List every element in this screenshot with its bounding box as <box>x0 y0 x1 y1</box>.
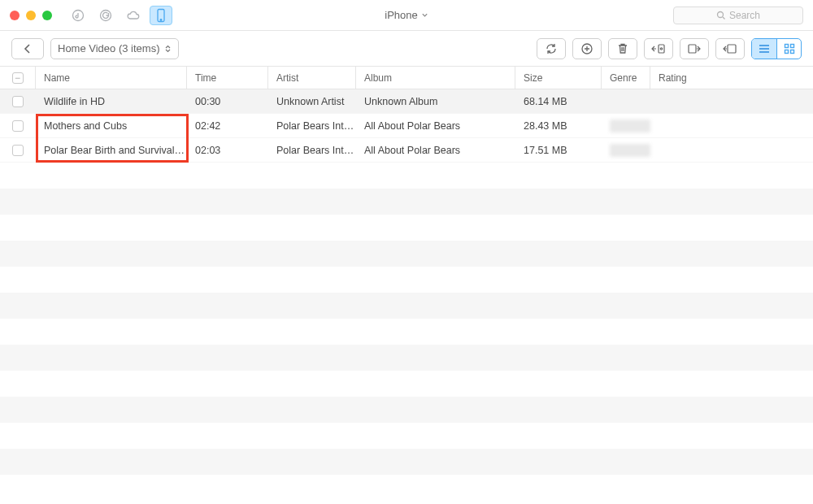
select-all-checkbox[interactable] <box>0 67 36 89</box>
breadcrumb-label: Home Video (3 items) <box>58 42 159 54</box>
table-header: Name Time Artist Album Size Genre Rating <box>0 67 813 89</box>
zoom-window-button[interactable] <box>42 11 52 20</box>
cell-album: All About Polar Bears <box>356 120 515 132</box>
cell-album: Unknown Album <box>356 96 515 107</box>
column-artist[interactable]: Artist <box>268 67 356 89</box>
search-placeholder: Search <box>729 10 760 21</box>
to-computer-button[interactable] <box>715 38 745 59</box>
column-genre[interactable]: Genre <box>602 67 650 89</box>
cell-name: Mothers and Cubs <box>36 120 187 132</box>
plus-circle-icon <box>580 42 593 55</box>
add-button[interactable] <box>572 38 602 59</box>
svg-point-1 <box>101 10 111 20</box>
export-icon <box>723 42 737 55</box>
to-device-button[interactable] <box>680 38 709 59</box>
chevron-left-icon <box>24 44 32 54</box>
svg-rect-10 <box>785 44 788 47</box>
cell-size: 68.14 MB <box>515 96 602 107</box>
svg-rect-12 <box>785 50 788 53</box>
table-row[interactable]: Polar Bear Birth and Survival R… 02:03 P… <box>0 138 813 163</box>
svg-point-4 <box>717 11 723 17</box>
svg-rect-13 <box>790 50 793 53</box>
breadcrumb-dropdown[interactable]: Home Video (3 items) <box>50 38 179 59</box>
to-device-icon <box>687 42 702 55</box>
cell-artist: Polar Bears Inte… <box>268 145 356 156</box>
row-checkbox[interactable] <box>12 96 24 107</box>
svg-point-7 <box>660 47 662 49</box>
list-icon <box>758 44 771 54</box>
svg-rect-9 <box>728 45 736 53</box>
grid-icon <box>784 43 795 54</box>
cell-genre <box>602 119 650 133</box>
table-body: Wildlife in HD 00:30 Unknown Artist Unkn… <box>0 89 813 163</box>
empty-rows-area <box>0 163 813 501</box>
close-window-button[interactable] <box>10 11 20 20</box>
device-title-label: iPhone <box>385 9 417 21</box>
svg-rect-6 <box>659 45 664 53</box>
row-checkbox[interactable] <box>12 145 24 156</box>
search-input[interactable]: Search <box>673 7 803 24</box>
list-view-button[interactable] <box>752 39 776 59</box>
minimize-window-button[interactable] <box>26 11 36 20</box>
music-tab-icon[interactable] <box>67 6 89 25</box>
cell-artist: Unknown Artist <box>268 96 356 107</box>
refresh-icon <box>545 42 558 55</box>
row-checkbox[interactable] <box>12 120 24 132</box>
toolbar: Home Video (3 items) <box>0 31 813 67</box>
column-rating[interactable]: Rating <box>650 67 813 89</box>
trash-icon <box>617 42 628 55</box>
svg-rect-8 <box>689 45 696 53</box>
cell-name: Polar Bear Birth and Survival R… <box>36 145 187 156</box>
back-button[interactable] <box>11 38 44 59</box>
delete-button[interactable] <box>608 38 637 59</box>
cell-time: 02:42 <box>187 120 268 132</box>
sort-arrows-icon <box>164 44 172 54</box>
view-mode-segment <box>751 38 802 59</box>
cell-artist: Polar Bears Inte… <box>268 120 356 132</box>
to-itunes-icon <box>651 42 666 55</box>
column-size[interactable]: Size <box>515 67 602 89</box>
cell-time: 02:03 <box>187 145 268 156</box>
svg-point-3 <box>160 19 162 20</box>
device-tab-icon[interactable] <box>150 6 172 25</box>
refresh-button[interactable] <box>537 38 566 59</box>
svg-rect-11 <box>790 44 793 47</box>
titlebar: iPhone Search <box>0 0 813 31</box>
cell-album: All About Polar Bears <box>356 145 515 156</box>
backup-tab-icon[interactable] <box>94 6 117 25</box>
window-controls <box>10 11 52 20</box>
column-album[interactable]: Album <box>356 67 515 89</box>
column-name[interactable]: Name <box>36 67 187 89</box>
cell-size: 28.43 MB <box>515 120 602 132</box>
cell-size: 17.51 MB <box>515 145 602 156</box>
chevron-down-icon <box>421 11 428 19</box>
table-row[interactable]: Wildlife in HD 00:30 Unknown Artist Unkn… <box>0 89 813 114</box>
column-time[interactable]: Time <box>187 67 268 89</box>
search-icon <box>716 11 726 20</box>
cell-name: Wildlife in HD <box>36 96 187 107</box>
cloud-tab-icon[interactable] <box>122 6 145 25</box>
grid-view-button[interactable] <box>776 39 801 59</box>
cell-genre <box>602 144 650 157</box>
table-row[interactable]: Mothers and Cubs 02:42 Polar Bears Inte…… <box>0 114 813 138</box>
cell-time: 00:30 <box>187 96 268 107</box>
to-itunes-button[interactable] <box>644 38 673 59</box>
